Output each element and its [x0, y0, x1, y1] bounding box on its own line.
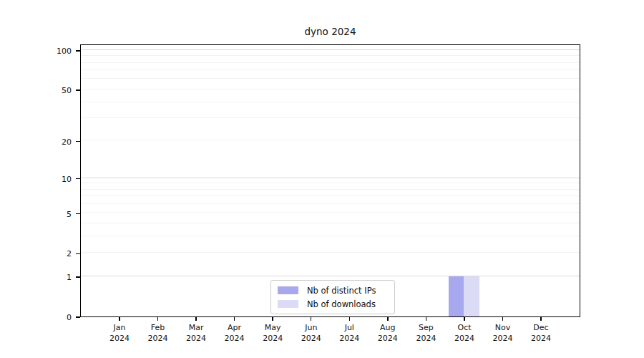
y-tick-mark: [76, 141, 80, 142]
y-tick-mark: [76, 178, 80, 180]
legend-label: Nb of downloads: [307, 299, 376, 309]
y-tick-label: 2: [0, 249, 72, 258]
y-tick-mark: [76, 276, 80, 278]
gridline-major: [81, 178, 580, 178]
y-tick-mark: [76, 253, 80, 255]
x-tick-year: 2024: [443, 333, 486, 344]
x-tick-label: May2024: [251, 322, 294, 344]
x-tick-label: Feb2024: [137, 322, 180, 344]
legend-rows: Nb of distinct IPsNb of downloads: [278, 284, 388, 311]
x-tick-mark: [387, 317, 389, 321]
y-tick-label: 5: [0, 209, 72, 218]
x-tick-mark: [349, 317, 351, 321]
gridline-minor: [81, 236, 580, 236]
gridline-minor: [81, 189, 580, 190]
x-tick-label: Jul2024: [328, 322, 371, 344]
x-tick-mark: [234, 317, 235, 321]
legend-swatch-icon: [278, 300, 298, 308]
x-tick-label: Jan2024: [98, 322, 141, 344]
y-tick-label: 50: [0, 86, 72, 95]
gridline-minor: [81, 69, 580, 70]
x-tick-month: Mar: [175, 322, 218, 333]
x-tick-year: 2024: [137, 333, 180, 344]
legend-row: Nb of downloads: [278, 297, 388, 311]
legend-label: Nb of distinct IPs: [307, 286, 376, 296]
x-tick-mark: [195, 317, 197, 321]
x-tick-month: Nov: [482, 322, 525, 333]
x-tick-year: 2024: [251, 333, 294, 344]
x-tick-label: Jun2024: [290, 322, 333, 344]
x-tick-year: 2024: [482, 333, 525, 344]
gridline-minor: [81, 252, 580, 253]
x-tick-year: 2024: [175, 333, 218, 344]
x-tick-month: May: [251, 322, 294, 333]
gridline-minor: [81, 212, 580, 213]
x-tick-label: Mar2024: [175, 322, 218, 344]
gridline-minor: [81, 140, 580, 140]
gridline-minor: [81, 203, 580, 204]
x-tick-year: 2024: [328, 333, 371, 344]
x-tick-mark: [157, 317, 159, 321]
y-tick-label: 100: [0, 47, 72, 56]
gridline-major: [81, 276, 580, 276]
legend-row: Nb of distinct IPs: [278, 284, 388, 297]
x-tick-mark: [272, 317, 273, 321]
x-tick-month: Jan: [98, 322, 141, 333]
x-tick-mark: [311, 317, 312, 321]
x-tick-mark: [119, 317, 120, 321]
x-tick-label: Nov2024: [482, 322, 525, 344]
y-tick-label: 20: [0, 137, 72, 146]
y-tick-label: 10: [0, 174, 72, 183]
x-tick-year: 2024: [98, 333, 141, 344]
gridline-minor: [81, 183, 580, 183]
x-tick-month: Jul: [328, 322, 371, 333]
x-tick-mark: [464, 317, 465, 321]
y-tick-label: 1: [0, 273, 72, 282]
x-tick-mark: [426, 317, 427, 321]
plot-area: [80, 44, 580, 317]
y-tick-mark: [76, 90, 80, 91]
gridline-minor: [81, 102, 580, 102]
x-tick-month: Aug: [366, 322, 409, 333]
gridline-major: [81, 49, 580, 50]
x-tick-label: Apr2024: [213, 322, 256, 344]
bar-nb-of-downloads: [464, 276, 479, 316]
legend-swatch-icon: [278, 286, 298, 294]
y-tick-mark: [76, 316, 80, 318]
x-tick-year: 2024: [290, 333, 333, 344]
bar-nb-of-distinct-ips: [449, 276, 464, 316]
x-tick-mark: [540, 317, 542, 321]
x-tick-label: Oct2024: [443, 322, 486, 344]
x-tick-month: Jun: [290, 322, 333, 333]
x-tick-mark: [502, 317, 504, 321]
x-tick-month: Oct: [443, 322, 486, 333]
x-tick-label: Aug2024: [366, 322, 409, 344]
gridline-minor: [81, 223, 580, 223]
x-tick-year: 2024: [366, 333, 409, 344]
gridline-minor: [81, 62, 580, 63]
chart-figure: dyno 2024 0125102050100 Jan2024Feb2024Ma…: [0, 0, 644, 358]
y-tick-label: 0: [0, 313, 72, 322]
gridline-minor: [81, 55, 580, 56]
x-tick-month: Sep: [404, 322, 447, 333]
x-tick-year: 2024: [519, 333, 562, 344]
legend: Nb of distinct IPsNb of downloads: [270, 280, 395, 314]
x-tick-month: Apr: [213, 322, 256, 333]
x-tick-label: Dec2024: [519, 322, 562, 344]
gridline-minor: [81, 78, 580, 79]
x-tick-month: Dec: [519, 322, 562, 333]
gridline-minor: [81, 195, 580, 196]
x-tick-month: Feb: [137, 322, 180, 333]
gridline-minor: [81, 89, 580, 90]
y-tick-mark: [76, 213, 80, 215]
gridline-minor: [81, 117, 580, 118]
x-tick-year: 2024: [404, 333, 447, 344]
x-tick-label: Sep2024: [404, 322, 447, 344]
chart-title: dyno 2024: [80, 26, 580, 37]
x-tick-year: 2024: [213, 333, 256, 344]
y-tick-mark: [76, 50, 80, 52]
